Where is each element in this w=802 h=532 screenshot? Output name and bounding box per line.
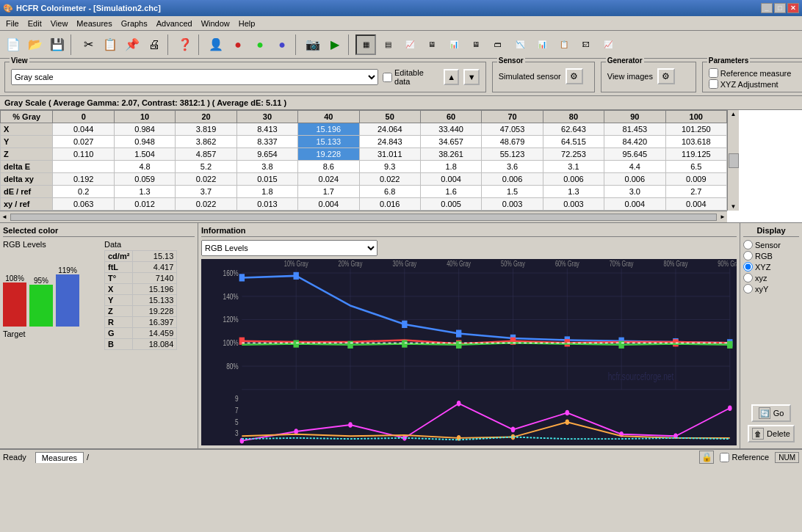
radio-xyz[interactable]: XYZ — [743, 262, 799, 272]
scroll-down-button[interactable]: ▼ — [463, 69, 479, 85]
view8-button[interactable]: 📉 — [510, 34, 530, 55]
radio-xyz-lower[interactable]: xyz — [743, 273, 799, 283]
row-value-cell: 0.004 — [665, 198, 726, 211]
measurement-value: 7140 — [133, 273, 177, 284]
radio-rgb[interactable]: RGB — [743, 251, 799, 260]
view7-button[interactable]: 🗃 — [488, 34, 508, 55]
view9-button[interactable]: 📊 — [532, 34, 552, 55]
svg-text:100%: 100% — [223, 338, 239, 348]
view11-button[interactable]: 🗠 — [576, 34, 596, 55]
generator-settings-button[interactable]: ⚙ — [657, 68, 675, 84]
v-scrollbar[interactable]: ▲ ▼ — [727, 110, 739, 211]
h-scrollbar[interactable]: ◄ ► — [0, 211, 727, 222]
camera-button[interactable]: 📷 — [303, 34, 323, 55]
table-scroll[interactable]: % Gray 0 10 20 30 40 50 60 70 80 90 100 — [0, 110, 727, 211]
row-value-cell: 0.059 — [114, 173, 175, 186]
col-90: 90 — [604, 111, 665, 123]
go-button[interactable]: 🔄 Go — [751, 404, 792, 422]
reference-checkbox-label[interactable]: Reference — [720, 453, 769, 462]
row-value-cell: 5.2 — [176, 161, 236, 173]
svg-rect-29 — [293, 272, 298, 280]
h-scroll-thumb[interactable] — [10, 214, 717, 221]
menu-edit[interactable]: Edit — [24, 18, 46, 29]
save-button[interactable]: 💾 — [47, 34, 68, 55]
reference-measure-label[interactable]: Reference measure — [709, 68, 802, 78]
svg-text:20.0457% Gray: 20.0457% Gray — [280, 444, 313, 445]
reference-measure-checkbox[interactable] — [709, 68, 718, 78]
view6-button[interactable]: 🖥 — [466, 34, 486, 55]
scroll-thumb[interactable] — [729, 153, 739, 168]
color2-button[interactable]: ● — [250, 34, 270, 55]
row-value-cell: 1.5 — [482, 186, 543, 198]
measures-tab[interactable]: Measures — [35, 452, 84, 463]
radio-rgb-input[interactable] — [743, 251, 753, 260]
view-select[interactable]: Gray scale — [11, 69, 378, 85]
play-button[interactable]: ▶ — [325, 34, 345, 55]
svg-text:9: 9 — [235, 394, 239, 404]
cut-button[interactable]: ✂ — [78, 34, 98, 55]
row-value-cell: 0.022 — [176, 198, 236, 211]
display-panel: Display Sensor RGB XYZ xyz — [740, 223, 802, 448]
svg-rect-42 — [293, 340, 298, 347]
scroll-down-arrow[interactable]: ▼ — [731, 203, 737, 210]
editable-data-checkbox[interactable] — [383, 73, 392, 82]
menu-file[interactable]: File — [1, 18, 24, 29]
toolbar: 📄 📂 💾 ✂ 📋 📌 🖨 ❓ 👤 ● ● ● 📷 ▶ ▦ ▤ 📈 🖥 📊 🖥 … — [0, 31, 802, 59]
delete-button[interactable]: 🗑 Delete — [748, 425, 795, 442]
radio-xyy-input[interactable] — [743, 284, 753, 294]
table-scroll-container: % Gray 0 10 20 30 40 50 60 70 80 90 100 — [0, 110, 802, 211]
maximize-button[interactable]: □ — [774, 3, 786, 13]
menu-help[interactable]: Help — [234, 18, 260, 29]
view3-button[interactable]: 📈 — [400, 34, 420, 55]
sensor-settings-button[interactable]: ⚙ — [566, 68, 583, 84]
menu-graphs[interactable]: Graphs — [117, 18, 152, 29]
view5-button[interactable]: 📊 — [444, 34, 464, 55]
paste-button[interactable]: 📌 — [122, 34, 142, 55]
help-button[interactable]: ❓ — [175, 34, 195, 55]
toolbar-sep-4 — [295, 34, 300, 55]
info-select[interactable]: RGB Levels — [201, 240, 377, 256]
xyz-adjustment-label[interactable]: XYZ Adjustment — [709, 79, 802, 89]
radio-sensor-input[interactable] — [743, 240, 753, 249]
scroll-up-arrow[interactable]: ▲ — [731, 111, 737, 117]
reference-checkbox[interactable] — [720, 453, 729, 462]
radio-sensor[interactable]: Sensor — [743, 240, 799, 249]
scroll-left-arrow[interactable]: ◄ — [0, 214, 9, 220]
print-button[interactable]: 🖨 — [144, 34, 165, 55]
measurement-value: 14.459 — [133, 328, 177, 339]
menu-advanced[interactable]: Advanced — [152, 18, 197, 29]
svg-text:20% Gray: 20% Gray — [339, 260, 363, 268]
minimize-button[interactable]: _ — [761, 3, 773, 13]
svg-text:50% Gray: 50% Gray — [501, 260, 525, 268]
row-value-cell: 101.250 — [665, 123, 726, 136]
xyz-adjustment-checkbox[interactable] — [709, 79, 718, 89]
menu-measures[interactable]: Measures — [72, 18, 116, 29]
scroll-up-button[interactable]: ▲ — [444, 69, 459, 85]
color1-button[interactable]: ● — [228, 34, 248, 55]
row-value-cell: 72.253 — [543, 148, 604, 161]
copy-button[interactable]: 📋 — [100, 34, 120, 55]
row-value-cell: 8.6 — [298, 161, 359, 173]
view4-button[interactable]: 🖥 — [422, 34, 442, 55]
scroll-right-arrow[interactable]: ► — [718, 214, 727, 220]
measurement-row: X15.196 — [105, 284, 177, 295]
profile-button[interactable]: 👤 — [206, 34, 226, 55]
row-value-cell: 4.8 — [114, 161, 175, 173]
view1-button[interactable]: ▦ — [355, 34, 376, 55]
view12-button[interactable]: 📈 — [598, 34, 618, 55]
new-button[interactable]: 📄 — [3, 34, 24, 55]
menu-window[interactable]: Window — [197, 18, 234, 29]
open-button[interactable]: 📂 — [25, 34, 46, 55]
color3-button[interactable]: ● — [272, 34, 292, 55]
parameters-inner: Reference measure XYZ Adjustment — [709, 68, 802, 89]
editable-data-label[interactable]: Editable data — [383, 68, 439, 86]
display-panel-title: Display — [743, 226, 799, 237]
radio-xyy[interactable]: xyY — [743, 284, 799, 294]
close-button[interactable]: ✕ — [787, 3, 799, 13]
radio-xyz-input[interactable] — [743, 262, 753, 272]
status-bar: Ready Measures / 🔒 Reference NUM — [0, 448, 802, 464]
menu-view[interactable]: View — [46, 18, 73, 29]
radio-xyz-lower-input[interactable] — [743, 273, 753, 283]
view2-button[interactable]: ▤ — [377, 34, 398, 55]
view10-button[interactable]: 📋 — [554, 34, 574, 55]
